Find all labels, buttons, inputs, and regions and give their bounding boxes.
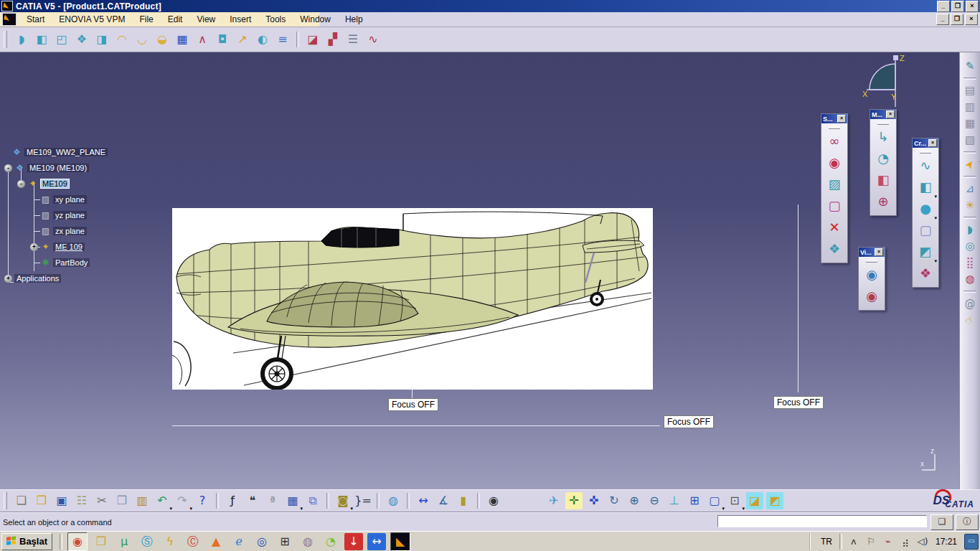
mass-properties-icon[interactable]: ▮ [455,492,472,509]
dialog-toggle-button[interactable]: ❏ [930,514,953,530]
tree-node-label[interactable]: ME109 (ME109) [27,164,89,172]
rotate-icon[interactable]: ↻ [606,492,623,509]
sweep-surface-icon[interactable]: ❖ [73,31,90,48]
new-document-icon[interactable]: ❏ [13,492,30,509]
teamviewer-icon[interactable]: ↔ [367,533,386,550]
redo-icon[interactable]: ↷▾ [174,492,191,509]
toolbar-title-bar[interactable]: Cr... × [913,138,938,148]
show-desktop-button[interactable]: ▭ [964,534,979,550]
collapse-handle[interactable]: - [17,180,25,188]
control-frame-icon[interactable]: ▢ [915,220,936,240]
drag-handle[interactable] [920,151,931,154]
formula-icon[interactable]: ƒ [224,492,241,509]
thick-surface-icon[interactable]: ◪ [304,31,321,48]
doc-close-button[interactable]: × [965,14,978,25]
paste-icon[interactable]: ▥ [133,492,151,509]
document-template-icon[interactable]: ▦ [961,116,979,132]
download-manager-icon[interactable]: ↓ [344,533,363,550]
focus-off-label-2[interactable]: Focus OFF [664,415,714,428]
zoom-in-icon[interactable]: ⊕ [626,492,643,509]
nero-icon[interactable]: ◔ [321,533,340,550]
extrude-surface-icon[interactable]: ◧ [33,31,50,48]
signal-strength-icon[interactable]: ⣴ [898,534,913,549]
multi-view-icon[interactable]: ⊞ [686,492,703,509]
floating-toolbar-cr[interactable]: Cr... × ∿◧▾●▾▢◩▾❖ [912,138,939,288]
focus-off-label-1[interactable]: Focus OFF [388,398,438,411]
boundary-icon[interactable]: ▢ [824,196,844,216]
catalog-browser-icon[interactable]: ◍ [385,492,402,509]
pan-icon[interactable]: ✜ [585,492,603,509]
tree-node-label[interactable]: zx plane [53,227,87,235]
close-icon[interactable]: × [837,115,846,123]
catalog-icon[interactable]: ▤ [961,83,979,99]
render-style-icon[interactable]: ⊡▾ [726,492,743,509]
striped-surface-icon[interactable]: ▞ [324,31,341,48]
split-shape-icon[interactable]: ◩▾ [915,242,936,262]
menu-tools[interactable]: Tools [258,13,293,26]
skype-icon[interactable]: Ⓢ [138,533,156,550]
swap-visible-space-icon[interactable]: ◩ [766,492,783,509]
catia-task-button[interactable]: ◣ [390,532,410,551]
offset-surface-icon[interactable]: ◨ [93,31,110,48]
select-icon[interactable]: ➤▾ [958,153,980,176]
close-icon[interactable]: × [875,248,883,256]
expand-handle[interactable]: + [30,243,38,251]
print-icon[interactable]: ☷ [73,492,90,509]
close-button[interactable]: × [966,1,979,12]
cut-icon[interactable]: ✂ [93,492,110,509]
copy-icon[interactable]: ❐ [113,492,131,509]
measure-between-icon[interactable]: ↔ [415,492,432,509]
toolbar-title-bar[interactable]: M... × [870,110,896,119]
circle-add-icon[interactable]: ⊕ [873,192,893,212]
stacked-surfaces-icon[interactable]: ≡ [274,31,291,48]
clock[interactable]: 17:21 [936,537,957,547]
opera-icon[interactable]: ◎ [253,533,271,550]
iso-view-icon[interactable]: ▢▾ [706,492,723,509]
network-disconnected-icon[interactable]: ⌁ [881,534,895,549]
menu-file[interactable]: File [132,13,160,26]
collapse-handle[interactable]: - [4,164,12,172]
grid-faces-icon[interactable]: ▦ [174,31,191,48]
extract-volume-icon[interactable]: ◰ [53,31,70,48]
internet-explorer-icon[interactable]: ℯ [230,533,248,550]
extrapolate-icon[interactable]: ↗ [234,31,251,48]
flame-app-icon[interactable]: ▲ [207,533,225,550]
restore-button[interactable]: ❐ [951,1,964,12]
disc-burner-icon[interactable]: ◍ [298,533,317,550]
sphere-primitive-icon[interactable]: ●▾ [915,199,936,219]
dropdown-arrow-icon[interactable]: ▾ [350,507,353,512]
menu-view[interactable]: View [189,13,222,26]
tree-node-label[interactable]: PartBody [53,258,90,267]
language-indicator[interactable]: TR [821,537,832,547]
drag-handle[interactable] [829,126,840,129]
close-icon[interactable]: × [886,110,895,118]
fill-surface-icon[interactable]: ◠ [113,31,131,48]
volume-icon[interactable]: ◁) [915,534,930,549]
measure-axis-icon[interactable]: ↳ [873,127,893,147]
measure-inertia-icon[interactable]: ◔ [873,149,893,169]
menu-edit[interactable]: Edit [161,13,190,26]
model-canvas[interactable] [172,208,653,390]
design-table-icon[interactable]: ▦▾ [284,492,301,509]
surface-tools-icon[interactable]: ◗ [961,222,979,238]
expand-handle[interactable]: + [4,275,12,283]
start-button[interactable]: Başlat [1,533,52,550]
join-surfaces-icon[interactable]: ∞ [824,131,844,151]
view-eye-icon[interactable]: ◉ [862,265,882,285]
untrim-icon[interactable]: ▨ [824,174,844,194]
canopy-surface-icon[interactable]: ∧ [194,31,211,48]
manage-representations-icon[interactable]: ▧ [961,132,979,149]
delete-face-icon[interactable]: ✕ [824,217,844,237]
3d-viewport[interactable]: Focus OFF Focus OFF Focus OFF ❖ ME109_WW… [0,52,980,489]
spline-curve-icon[interactable]: ∿ [915,156,936,176]
multi-section-icon[interactable]: ◒ [154,31,171,48]
dropdown-arrow-icon[interactable]: ▾ [169,507,172,512]
blend-surface-icon[interactable]: ◘ [214,31,231,48]
comb-analysis-icon[interactable]: ∿ [364,31,382,48]
fit-all-in-icon[interactable]: ✛ [565,492,583,509]
tree-node-label[interactable]: ME 109 [53,242,85,251]
tree-node-label[interactable]: ME109_WW2_PLANE [24,148,108,156]
snap-tool-icon[interactable]: ◎ [961,238,979,255]
sphere-cage-icon[interactable]: ◍ [961,271,979,288]
freeform-surface-icon[interactable]: ❖ [915,263,936,283]
